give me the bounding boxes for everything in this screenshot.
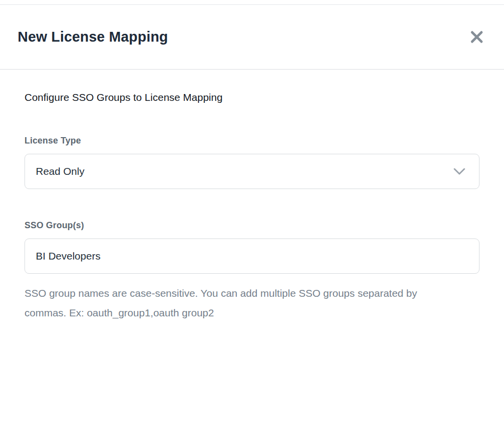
new-license-mapping-dialog: New License Mapping Configure SSO Groups… — [0, 4, 504, 429]
sso-groups-label: SSO Group(s) — [25, 220, 479, 231]
license-type-label: License Type — [25, 136, 479, 146]
sso-groups-input[interactable] — [25, 238, 479, 274]
page-background: New License Mapping Configure SSO Groups… — [0, 0, 504, 429]
dialog-header: New License Mapping — [0, 5, 504, 70]
dialog-title: New License Mapping — [18, 29, 168, 45]
sso-groups-help-text: SSO group names are case-sensitive. You … — [25, 284, 456, 323]
dialog-body: Configure SSO Groups to License Mapping … — [0, 92, 504, 323]
license-type-selected-value: Read Only — [36, 166, 84, 177]
chevron-down-icon — [454, 168, 465, 175]
close-button[interactable] — [468, 28, 485, 46]
license-type-select[interactable]: Read Only — [25, 154, 479, 189]
close-icon — [470, 30, 483, 44]
configure-heading: Configure SSO Groups to License Mapping — [25, 92, 479, 103]
